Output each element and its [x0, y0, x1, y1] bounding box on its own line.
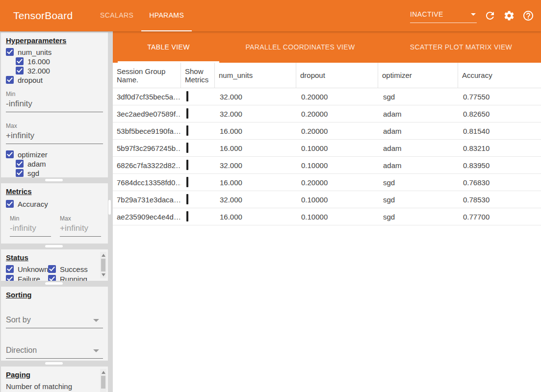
status-failure: Failure	[6, 274, 47, 281]
dropout-value: 0.10000	[296, 196, 378, 204]
section-resize-handle[interactable]	[45, 362, 63, 365]
hparam-dropout: dropout	[6, 75, 104, 84]
reload-status-dropdown[interactable]: INACTIVE	[410, 8, 477, 23]
show-metrics-checkbox[interactable]	[186, 211, 188, 221]
col-show-metrics[interactable]: Show Metrics	[181, 63, 215, 88]
num-units-label: num_units	[18, 48, 52, 56]
show-metrics-checkbox[interactable]	[186, 194, 188, 204]
session-group-name: 53bf5bece9190fa…	[113, 127, 181, 135]
num-units-value-32: 32.000	[16, 66, 104, 75]
tab-table-view[interactable]: TABLE VIEW	[118, 31, 219, 63]
optimizer-value: adam	[378, 144, 458, 152]
help-icon[interactable]	[522, 10, 534, 22]
optimizer-value: sgd	[378, 196, 458, 204]
optimizer-checkbox[interactable]	[6, 150, 14, 158]
tab-scatter-plot-matrix-view[interactable]: SCATTER PLOT MATRIX VIEW	[381, 31, 541, 63]
accuracy-max-label: Max	[60, 215, 101, 222]
tab-hparams[interactable]: HPARAMS	[141, 0, 192, 31]
show-metrics-checkbox[interactable]	[186, 160, 188, 170]
scroll-down-icon[interactable]	[102, 273, 105, 276]
app-title: TensorBoard	[13, 10, 73, 22]
section-resize-handle[interactable]	[45, 282, 63, 285]
show-metrics-checkbox[interactable]	[186, 91, 188, 101]
refresh-icon[interactable]	[484, 10, 496, 22]
scrollbar-thumb[interactable]	[101, 376, 105, 389]
col-dropout[interactable]: dropout	[296, 63, 378, 88]
optimizer-adam-checkbox[interactable]	[16, 160, 24, 168]
dropout-max-input[interactable]: +infinity	[6, 131, 103, 144]
hparam-optimizer: optimizer	[6, 150, 104, 159]
optimizer-value: sgd	[378, 213, 458, 221]
metrics-heading: Metrics	[6, 187, 104, 196]
top-toolbar: TensorBoard SCALARS HPARAMS INACTIVE	[0, 0, 541, 31]
dropout-max-field: Max +infinity	[6, 122, 103, 144]
status-running-checkbox[interactable]	[48, 275, 56, 281]
show-metrics-checkbox[interactable]	[186, 177, 188, 187]
session-group-name: 3ec2aed9e07589f…	[113, 110, 181, 118]
dropout-min-label: Min	[6, 91, 103, 98]
section-resize-handle[interactable]	[45, 179, 63, 181]
paging-section: Paging Number of matching session groups…	[1, 367, 108, 392]
paging-scrollbar[interactable]	[100, 369, 106, 392]
table-row: 53bf5bece9190fa… 16.000 0.20000 adam 0.8…	[113, 122, 541, 140]
metric-accuracy: Accuracy	[6, 199, 104, 208]
accuracy-minmax: Min -infinity Max +infinity	[10, 209, 104, 237]
status-success-checkbox[interactable]	[48, 265, 56, 273]
scrollbar-thumb[interactable]	[101, 259, 105, 271]
dropout-min-input[interactable]: -infinity	[6, 99, 103, 112]
dropout-checkbox[interactable]	[6, 76, 14, 84]
session-group-name: 5b97f3c2967245b…	[113, 144, 181, 152]
hyperparameters-heading: Hyperparameters	[6, 36, 104, 45]
dropout-value: 0.20000	[296, 127, 378, 135]
num-units-16-label: 16.000	[27, 57, 50, 66]
chevron-down-icon	[93, 349, 99, 352]
tab-scalars[interactable]: SCALARS	[92, 0, 141, 31]
accuracy-checkbox[interactable]	[6, 200, 14, 208]
status-failure-checkbox[interactable]	[6, 275, 14, 281]
hparams-sidebar: Hyperparameters num_units 16.000 32.000 …	[0, 31, 113, 392]
num-units-value: 32.000	[215, 93, 296, 101]
show-metrics-checkbox[interactable]	[186, 143, 188, 153]
num-units-32-checkbox[interactable]	[16, 67, 24, 74]
accuracy-label: Accuracy	[18, 200, 48, 208]
status-success: Success	[48, 265, 104, 273]
status-unknown-checkbox[interactable]	[6, 265, 14, 273]
sorting-section: Sorting Sort by Direction	[1, 287, 108, 361]
sorting-heading: Sorting	[6, 291, 104, 299]
num-units-16-checkbox[interactable]	[16, 57, 24, 65]
dropout-label: dropout	[18, 76, 43, 84]
col-session-group-name[interactable]: Session Group Name.	[113, 63, 181, 88]
dropout-value: 0.10000	[296, 161, 378, 170]
accuracy-max-input[interactable]: +infinity	[60, 223, 101, 237]
tab-parallel-coordinates-view[interactable]: PARALLEL COORDINATES VIEW	[219, 31, 381, 63]
status-failure-label: Failure	[18, 275, 40, 281]
num-units-value: 16.000	[215, 213, 296, 221]
num-units-value: 32.000	[215, 110, 296, 118]
col-accuracy[interactable]: Accuracy	[458, 63, 541, 88]
num-units-checkbox[interactable]	[6, 48, 14, 56]
session-group-name: 3df0d7cf35bec5a…	[113, 93, 181, 101]
optimizer-sgd-checkbox[interactable]	[16, 169, 24, 177]
num-units-value: 32.000	[215, 161, 296, 170]
sort-by-dropdown[interactable]: Sort by	[6, 313, 103, 328]
accuracy-min-input[interactable]: -infinity	[10, 223, 51, 237]
num-units-value: 16.000	[215, 178, 296, 187]
status-success-label: Success	[60, 265, 88, 273]
status-scrollbar[interactable]	[100, 252, 106, 278]
table-row: 7b29a731e3daca… 32.000 0.10000 sgd 0.785…	[113, 191, 541, 208]
scroll-up-icon[interactable]	[102, 371, 105, 374]
table-row: 3ec2aed9e07589f… 32.000 0.20000 adam 0.8…	[113, 105, 541, 122]
show-metrics-checkbox[interactable]	[186, 108, 188, 119]
show-metrics-checkbox[interactable]	[186, 125, 188, 136]
direction-dropdown[interactable]: Direction	[6, 343, 103, 359]
settings-gear-icon[interactable]	[503, 10, 515, 22]
col-optimizer[interactable]: optimizer	[378, 63, 458, 88]
col-num-units[interactable]: num_units	[215, 63, 296, 88]
section-resize-handle[interactable]	[45, 245, 63, 247]
optimizer-value-adam: adam	[16, 159, 104, 168]
sort-by-value: Sort by	[6, 316, 31, 324]
optimizer-label: optimizer	[18, 150, 48, 159]
scroll-up-icon[interactable]	[102, 254, 105, 257]
num-units-value: 32.000	[215, 196, 296, 204]
sidebar-resize-handle[interactable]	[108, 200, 111, 215]
